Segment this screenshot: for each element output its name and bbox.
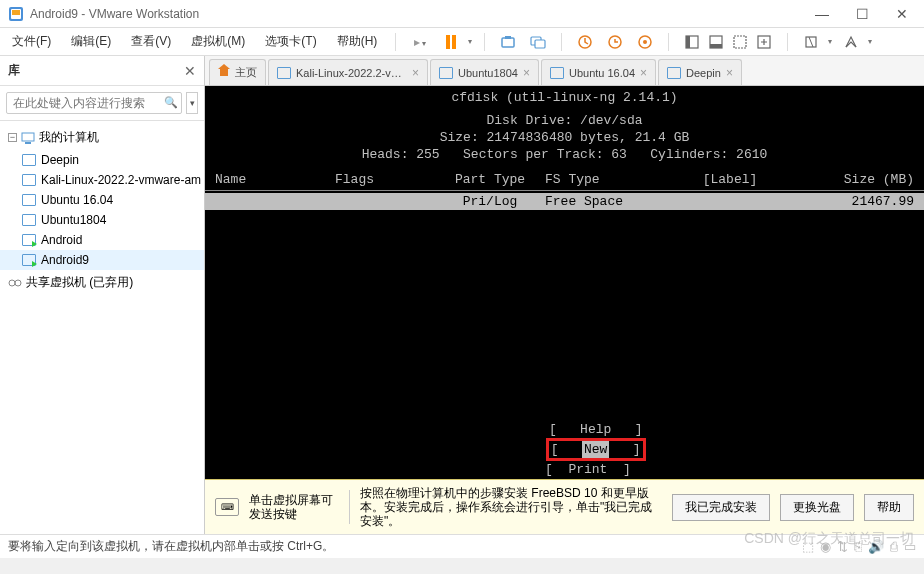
tab-close-icon[interactable]: × bbox=[523, 66, 530, 80]
toolbar-clock1-icon[interactable] bbox=[574, 31, 596, 53]
sound-icon[interactable]: 🔊 bbox=[868, 539, 884, 554]
help-button[interactable]: 帮助 bbox=[864, 494, 914, 521]
printer-icon[interactable]: ⎙ bbox=[890, 539, 898, 554]
sidebar-item-android[interactable]: Android bbox=[0, 230, 204, 250]
svg-rect-18 bbox=[22, 133, 34, 141]
vm-icon bbox=[22, 154, 36, 166]
terminal[interactable]: cfdisk (util-linux-ng 2.14.1) Disk Drive… bbox=[205, 86, 924, 479]
search-dropdown[interactable]: ▾ bbox=[186, 92, 198, 114]
status-text: 要将输入定向到该虚拟机，请在虚拟机内部单击或按 Ctrl+G。 bbox=[8, 538, 802, 555]
toolbar-view3-icon[interactable] bbox=[729, 31, 751, 53]
tab-home[interactable]: 主页 bbox=[209, 59, 266, 85]
vm-icon bbox=[22, 234, 36, 246]
toolbar-pause-dropdown[interactable]: ▾ bbox=[468, 37, 472, 46]
status-icons: ⬚ ◉ ⇅ ⎘ 🔊 ⎙ ▭ bbox=[802, 539, 916, 554]
sidebar-item-deepin[interactable]: Deepin bbox=[0, 150, 204, 170]
tab-ubuntu1604[interactable]: Ubuntu 16.04× bbox=[541, 59, 656, 85]
action-print[interactable]: [ Print ] bbox=[545, 461, 631, 478]
menu-tabs[interactable]: 选项卡(T) bbox=[259, 29, 322, 54]
sidebar-item-ubuntu1604[interactable]: Ubuntu 16.04 bbox=[0, 190, 204, 210]
toolbar-manage-button[interactable] bbox=[527, 31, 549, 53]
menu-bar: 文件(F) 编辑(E) 查看(V) 虚拟机(M) 选项卡(T) 帮助(H) ▸ … bbox=[0, 28, 924, 56]
vm-icon bbox=[22, 174, 36, 186]
toolbar-view2-icon[interactable] bbox=[705, 31, 727, 53]
menu-file[interactable]: 文件(F) bbox=[6, 29, 57, 54]
svg-rect-19 bbox=[25, 142, 31, 144]
action-new[interactable]: New bbox=[582, 441, 609, 458]
tab-close-icon[interactable]: × bbox=[640, 66, 647, 80]
tree-my-computer[interactable]: − 我的计算机 bbox=[0, 125, 204, 150]
close-button[interactable]: ✕ bbox=[888, 4, 916, 24]
toolbar-play-dropdown[interactable]: ▸ ▾ bbox=[408, 31, 431, 53]
cfdisk-actions: [ Help ] [ New ] [ Print ] [ Quit ] [ Un… bbox=[205, 404, 924, 479]
svg-point-21 bbox=[15, 280, 21, 286]
shared-icon bbox=[8, 277, 22, 289]
toolbar-fullscreen-icon[interactable] bbox=[800, 31, 822, 53]
info-hint1: 单击虚拟屏幕可发送按键 bbox=[249, 493, 339, 521]
vm-icon bbox=[439, 67, 453, 79]
vm-icon bbox=[22, 214, 36, 226]
menu-help[interactable]: 帮助(H) bbox=[331, 29, 384, 54]
app-icon bbox=[8, 6, 24, 22]
pause-icon bbox=[446, 35, 456, 49]
toolbar-pause-button[interactable] bbox=[440, 31, 462, 53]
sidebar: 库 ✕ 🔍 ▾ − 我的计算机 Deepin Kali-Linux-2022.2… bbox=[0, 56, 205, 534]
title-bar: Android9 - VMware Workstation — ☐ ✕ bbox=[0, 0, 924, 28]
svg-rect-14 bbox=[710, 44, 722, 48]
sidebar-item-android9[interactable]: Android9 bbox=[0, 250, 204, 270]
svg-rect-12 bbox=[686, 36, 690, 48]
toolbar-snapshot-button[interactable] bbox=[497, 31, 519, 53]
tab-close-icon[interactable]: × bbox=[412, 66, 419, 80]
cd-icon[interactable]: ◉ bbox=[820, 539, 831, 554]
toolbar-unity-icon[interactable] bbox=[840, 31, 862, 53]
disk-icon[interactable]: ⬚ bbox=[802, 539, 814, 554]
vm-icon bbox=[550, 67, 564, 79]
toolbar-view1-icon[interactable] bbox=[681, 31, 703, 53]
tab-close-icon[interactable]: × bbox=[726, 66, 733, 80]
window-title: Android9 - VMware Workstation bbox=[30, 7, 808, 21]
disk-drive: Disk Drive: /dev/sda bbox=[205, 112, 924, 129]
done-install-button[interactable]: 我已完成安装 bbox=[672, 494, 770, 521]
info-bar: ⌨ 单击虚拟屏幕可发送按键 按照在物理计算机中的步骤安装 FreeBSD 10 … bbox=[205, 479, 924, 534]
menu-view[interactable]: 查看(V) bbox=[125, 29, 177, 54]
change-disc-button[interactable]: 更换光盘 bbox=[780, 494, 854, 521]
vm-icon bbox=[277, 67, 291, 79]
cfdisk-title: cfdisk (util-linux-ng 2.14.1) bbox=[205, 89, 924, 106]
action-quit[interactable]: [ Quit ] bbox=[541, 478, 635, 479]
action-new-highlight: [ New ] bbox=[546, 438, 646, 461]
menu-vm[interactable]: 虚拟机(M) bbox=[185, 29, 251, 54]
main-panel: 主页 Kali-Linux-2022.2-vmware-am...× Ubunt… bbox=[205, 56, 924, 534]
vm-icon bbox=[22, 194, 36, 206]
svg-rect-4 bbox=[505, 36, 511, 39]
svg-rect-6 bbox=[535, 40, 545, 48]
partition-row-selected: Pri/Log Free Space 21467.99 bbox=[205, 193, 924, 210]
menu-edit[interactable]: 编辑(E) bbox=[65, 29, 117, 54]
net-icon[interactable]: ⇅ bbox=[837, 539, 848, 554]
sidebar-title: 库 bbox=[8, 62, 184, 79]
sidebar-close-icon[interactable]: ✕ bbox=[184, 63, 196, 79]
svg-rect-2 bbox=[12, 10, 20, 15]
tab-ubuntu1804[interactable]: Ubuntu1804× bbox=[430, 59, 539, 85]
disk-size: Size: 21474836480 bytes, 21.4 GB bbox=[205, 129, 924, 146]
table-header: Name Flags Part Type FS Type [Label] Siz… bbox=[205, 171, 924, 188]
home-icon bbox=[218, 68, 230, 78]
disk-geom: Heads: 255 Sectors per Track: 63 Cylinde… bbox=[205, 146, 924, 163]
svg-rect-3 bbox=[502, 38, 514, 47]
usb-icon[interactable]: ⎘ bbox=[854, 539, 862, 554]
sidebar-item-kali[interactable]: Kali-Linux-2022.2-vmware-am bbox=[0, 170, 204, 190]
toolbar-view4-icon[interactable] bbox=[753, 31, 775, 53]
toolbar-clock3-icon[interactable] bbox=[634, 31, 656, 53]
tab-deepin[interactable]: Deepin× bbox=[658, 59, 742, 85]
minimize-button[interactable]: — bbox=[808, 4, 836, 24]
search-input[interactable] bbox=[6, 92, 182, 114]
device-icon[interactable]: ▭ bbox=[904, 539, 916, 554]
tab-kali[interactable]: Kali-Linux-2022.2-vmware-am...× bbox=[268, 59, 428, 85]
search-icon: 🔍 bbox=[164, 96, 178, 109]
maximize-button[interactable]: ☐ bbox=[848, 4, 876, 24]
status-bar: 要将输入定向到该虚拟机，请在虚拟机内部单击或按 Ctrl+G。 ⬚ ◉ ⇅ ⎘ … bbox=[0, 534, 924, 558]
keyboard-icon: ⌨ bbox=[215, 498, 239, 516]
action-help[interactable]: [ Help ] bbox=[549, 421, 643, 438]
tree-shared-vms[interactable]: 共享虚拟机 (已弃用) bbox=[0, 270, 204, 295]
toolbar-clock2-icon[interactable] bbox=[604, 31, 626, 53]
sidebar-item-ubuntu1804[interactable]: Ubuntu1804 bbox=[0, 210, 204, 230]
